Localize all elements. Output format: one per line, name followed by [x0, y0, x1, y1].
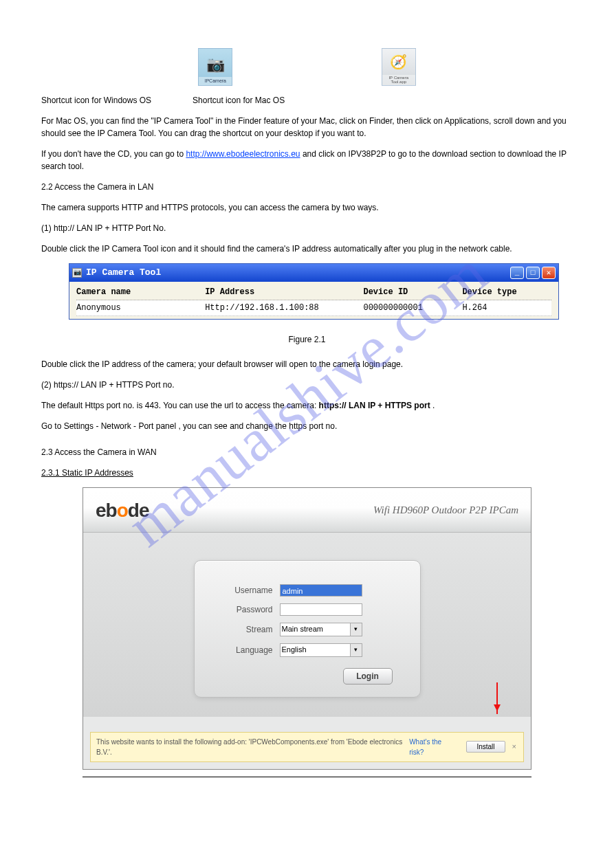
- icon-caption-row: Shortcut icon for Windows OS Shortcut ic…: [41, 94, 573, 107]
- addon-message: This website wants to install the follow…: [96, 737, 404, 757]
- ip-tool-grid: Camera name IP Address Device ID Device …: [69, 282, 558, 319]
- download-pre-text: If you don't have the CD, you can go to: [41, 149, 186, 159]
- para-https-port: The default Https port no. is 443. You c…: [41, 399, 573, 412]
- row-username: Username admin: [211, 584, 404, 597]
- ip-tool-header-row: Camera name IP Address Device ID Device …: [76, 286, 551, 300]
- col-device-type: Device type: [462, 286, 551, 298]
- section-2-2-heading: 2.2 Access the Camera in LAN: [41, 181, 573, 193]
- row-password: Password: [211, 603, 404, 616]
- login-page-screenshot: ebode Wifi HD960P Outdoor P2P IPCam User…: [83, 487, 531, 770]
- section-2-3-1-heading: 2.3.1 Static IP Addresses: [41, 467, 573, 479]
- sub-1-http-heading: (1) http:// LAN IP + HTTP Port No.: [41, 222, 573, 234]
- app-title-icon: 📷: [72, 268, 82, 278]
- minimize-button[interactable]: _: [510, 267, 524, 279]
- window-title-text: IP Camera Tool: [86, 266, 161, 280]
- para-ip-tool-instr: Double click the IP Camera Tool icon and…: [41, 243, 573, 255]
- figure-2-1-caption: Figure 2.1: [41, 333, 573, 346]
- maximize-button[interactable]: □: [526, 267, 540, 279]
- annotation-arrow: [496, 682, 498, 714]
- col-device-id: Device ID: [363, 286, 462, 298]
- cell-camera-name: Anonymous: [76, 302, 205, 314]
- icon-caption-win: Shortcut icon for Windows OS: [41, 96, 151, 105]
- https-port-text-c: .: [432, 401, 435, 410]
- window-controls: _ □ ✕: [510, 267, 556, 279]
- section-2-3-heading: 2.3 Access the Camera in WAN: [41, 446, 573, 458]
- select-stream-value: Main stream: [282, 623, 324, 635]
- icon-caption-mac: Shortcut icon for Mac OS: [193, 96, 285, 105]
- brand-seg-o: o: [117, 500, 128, 521]
- login-button[interactable]: Login: [343, 668, 393, 685]
- https-port-text-b: https:// LAN IP + HTTPS port: [319, 401, 430, 410]
- ipcamera-mac-icon: 🧭 IP Camera Tool.app: [382, 48, 416, 86]
- brand-logo: ebode: [96, 496, 149, 525]
- row-language: Language English: [211, 643, 404, 657]
- compass-icon: 🧭: [390, 52, 407, 72]
- addon-notification-bar: This website wants to install the follow…: [90, 732, 524, 762]
- window-title-bar: 📷 IP Camera Tool _ □ ✕: [69, 264, 558, 282]
- login-subtitle: Wifi HD960P Outdoor P2P IPCam: [373, 502, 518, 518]
- ip-camera-tool-window: 📷 IP Camera Tool _ □ ✕ Camera name IP Ad…: [69, 263, 559, 320]
- addon-risk-link[interactable]: What's the risk?: [409, 737, 455, 757]
- input-username[interactable]: admin: [280, 584, 362, 597]
- addon-close-icon[interactable]: ×: [511, 741, 518, 753]
- ipcamera-win-icon: 📷 IPCamera: [198, 48, 232, 86]
- cell-device-type: H.264: [462, 302, 551, 314]
- para-settings-port: Go to Settings - Network - Port panel , …: [41, 420, 573, 432]
- login-header: ebode Wifi HD960P Outdoor P2P IPCam: [83, 488, 531, 533]
- cell-ip-address: Http://192.168.1.100:88: [205, 302, 363, 314]
- select-language[interactable]: English: [280, 643, 362, 657]
- login-panel: Username admin Password Stream Main stre…: [194, 560, 421, 698]
- settings-port-text: Go to Settings - Network - Port panel , …: [41, 421, 337, 431]
- https-port-text-a: The default Https port no. is 443. You c…: [41, 401, 319, 410]
- col-ip-address: IP Address: [205, 286, 363, 298]
- footer-rule: [83, 777, 531, 777]
- label-password: Password: [211, 603, 273, 616]
- label-language: Language: [211, 644, 273, 656]
- close-button[interactable]: ✕: [542, 267, 556, 279]
- cell-device-id: 000000000001: [363, 302, 462, 314]
- sub-2-https-heading: (2) https:// LAN IP + HTTPS Port no.: [41, 379, 573, 391]
- desktop-icons-row: 📷 IPCamera 🧭 IP Camera Tool.app: [124, 48, 490, 86]
- brand-seg-2: de: [128, 500, 149, 521]
- camera-icon: 📷: [206, 53, 225, 76]
- label-stream: Stream: [211, 623, 273, 636]
- ebode-link[interactable]: http://www.ebodeelectronics.eu: [186, 149, 300, 159]
- ipcamera-win-icon-label: IPCamera: [199, 77, 232, 86]
- login-body: Username admin Password Stream Main stre…: [83, 533, 531, 717]
- para-http-https: The camera supports HTTP and HTTPS proto…: [41, 201, 573, 214]
- mac-finder-paragraph: For Mac OS, you can find the "IP Camera …: [41, 115, 573, 140]
- para-doubleclick-ip: Double click the IP address of the camer…: [41, 358, 573, 370]
- ip-tool-data-row[interactable]: Anonymous Http://192.168.1.100:88 000000…: [76, 300, 551, 316]
- col-camera-name: Camera name: [76, 286, 205, 298]
- download-paragraph: If you don't have the CD, you can go to …: [41, 148, 573, 173]
- brand-seg-1: eb: [96, 500, 117, 521]
- select-stream[interactable]: Main stream: [280, 623, 362, 636]
- input-password[interactable]: [280, 603, 362, 616]
- install-button[interactable]: Install: [466, 741, 505, 753]
- row-stream: Stream Main stream: [211, 623, 404, 636]
- ipcamera-mac-icon-label: IP Camera Tool.app: [382, 75, 415, 85]
- label-username: Username: [211, 584, 273, 597]
- select-language-value: English: [282, 644, 307, 656]
